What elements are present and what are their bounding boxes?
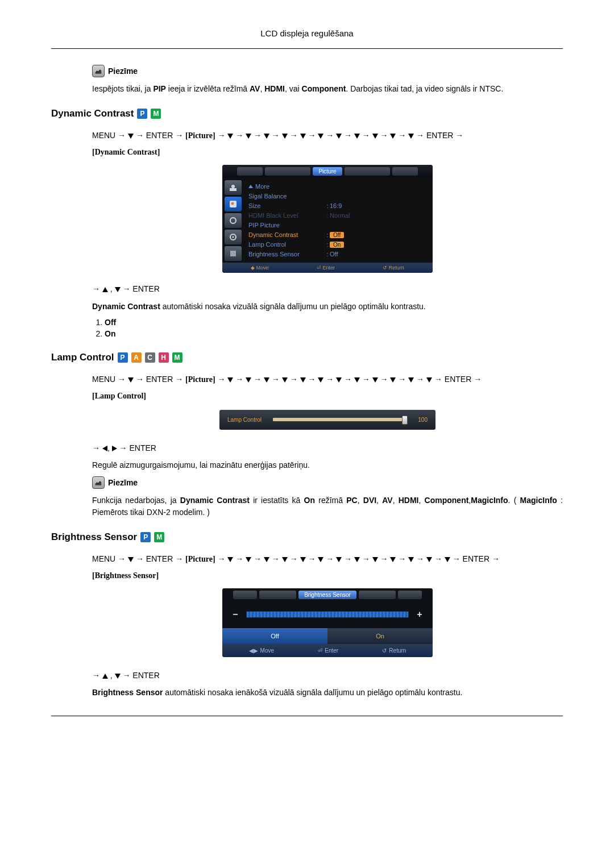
brightness-sensor-osd: Brightness Sensor − + Off On ◀▶Move ⏎Ent… bbox=[222, 588, 433, 657]
osd-row: Brightness Sensor:Off bbox=[248, 249, 427, 259]
osd-row: Lamp Control:On bbox=[248, 239, 427, 249]
osd-picture-menu: Picture More Sigal Balance Size:16:9 HDM… bbox=[222, 165, 433, 273]
nav-path-lamp-control: MENUENTER[Picture]ENTER [Lamp Control] bbox=[92, 371, 563, 404]
badge-p-icon: P bbox=[140, 532, 151, 542]
osd-side-picture-icon bbox=[225, 197, 242, 211]
osd-row: PIP Picture bbox=[248, 220, 427, 230]
dynamic-contrast-options: Off On bbox=[92, 318, 563, 338]
bs-button-on: On bbox=[327, 628, 433, 644]
svg-point-3 bbox=[231, 202, 234, 205]
osd-sidebar bbox=[222, 178, 244, 263]
osd-side-icon bbox=[225, 213, 242, 228]
badge-m-icon: M bbox=[151, 109, 161, 119]
lamp-slider-label: Lamp Control bbox=[227, 417, 267, 423]
osd-more: More bbox=[248, 181, 427, 191]
osd-tab-picture: Picture bbox=[313, 167, 342, 176]
post-nav-lamp-control: → , → ENTER bbox=[92, 442, 563, 454]
lamp-slider-thumb bbox=[402, 416, 408, 425]
heading-dynamic-contrast: Dynamic Contrast P M bbox=[51, 108, 563, 119]
svg-point-1 bbox=[231, 185, 235, 188]
nav-path-dynamic-contrast: MENUENTER[Picture]ENTER [Dynamic Contras… bbox=[92, 127, 563, 160]
heading-lamp-control: Lamp Control P A C H M bbox=[51, 352, 563, 363]
lamp-slider-value: 100 bbox=[412, 417, 428, 423]
badge-m-icon: M bbox=[172, 352, 182, 363]
osd-row: Size:16:9 bbox=[248, 201, 427, 210]
lamp-slider-track bbox=[273, 418, 406, 421]
nav-path-brightness-sensor: MENUENTER[Picture]ENTER [Brightness Sens… bbox=[92, 551, 563, 584]
badge-p-icon: P bbox=[137, 109, 147, 119]
note-icon bbox=[92, 476, 105, 489]
bs-button-off: Off bbox=[222, 628, 327, 644]
bs-title: Brightness Sensor bbox=[298, 591, 356, 599]
osd-side-icon bbox=[225, 180, 242, 195]
badge-c-icon: C bbox=[145, 352, 155, 363]
bs-footer: ◀▶Move ⏎Enter ↺Return bbox=[222, 644, 433, 657]
badge-a-icon: A bbox=[131, 352, 142, 363]
brightness-sensor-desc: Brightness Sensor automātiski nosaka ien… bbox=[92, 687, 563, 698]
lamp-control-slider: Lamp Control 100 bbox=[219, 410, 435, 430]
osd-row: Sigal Balance bbox=[248, 191, 427, 201]
note-label: Piezīme bbox=[108, 478, 138, 487]
svg-rect-7 bbox=[230, 251, 236, 256]
osd-row-selected: Dynamic Contrast:Off bbox=[248, 230, 427, 239]
note-label: Piezīme bbox=[108, 67, 138, 76]
svg-rect-0 bbox=[230, 188, 237, 191]
lamp-control-desc: Regulē aizmugurgaismojumu, lai mazinātu … bbox=[92, 459, 563, 471]
lamp-control-note: Funkcija nedarbojas, ja Dynamic Contrast… bbox=[92, 495, 563, 518]
osd-side-icon bbox=[225, 246, 242, 261]
badge-h-icon: H bbox=[159, 352, 169, 363]
header-rule bbox=[51, 48, 563, 49]
page-header-title: LCD displeja regulēšana bbox=[51, 23, 563, 48]
bs-plus-icon: + bbox=[414, 609, 425, 620]
osd-footer: ◆ Move ⏎ Enter ↺ Return bbox=[222, 263, 433, 273]
footer-rule bbox=[51, 716, 563, 716]
badge-p-icon: P bbox=[118, 352, 128, 363]
svg-point-6 bbox=[233, 236, 234, 238]
note-icon bbox=[92, 65, 105, 77]
osd-row: HDMI Black Level:Normal bbox=[248, 210, 427, 220]
heading-brightness-sensor: Brightness Sensor P M bbox=[51, 531, 563, 543]
dynamic-contrast-desc: Dynamic Contrast automātiski nosaka vizu… bbox=[92, 301, 563, 312]
post-nav-dynamic-contrast: → , → ENTER bbox=[92, 283, 563, 294]
bs-minus-icon: − bbox=[230, 609, 240, 620]
post-nav-brightness-sensor: → , → ENTER bbox=[92, 670, 563, 681]
bs-slider-track bbox=[246, 611, 409, 618]
svg-point-4 bbox=[230, 218, 236, 223]
osd-side-icon bbox=[225, 230, 242, 244]
badge-m-icon: M bbox=[154, 532, 164, 542]
intro-note-text: Iespējots tikai, ja PIP ieeja ir izvēlēt… bbox=[92, 83, 563, 94]
